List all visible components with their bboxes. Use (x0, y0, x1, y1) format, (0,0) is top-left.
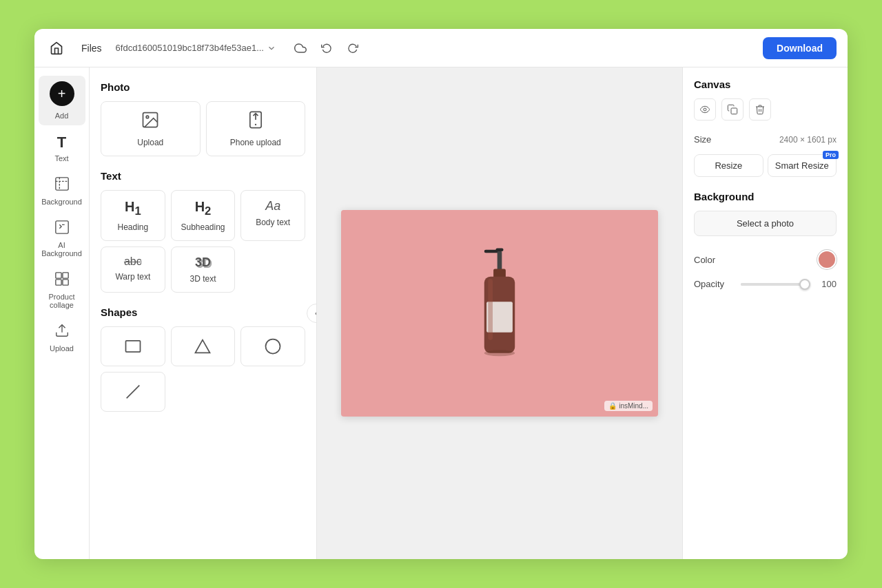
watermark: 🔒 insMind... (604, 401, 653, 411)
svg-point-8 (146, 116, 149, 118)
upload-tool-label: Upload (137, 138, 163, 147)
opacity-value: 100 (816, 279, 837, 289)
upload-tool[interactable]: Upload (101, 101, 201, 156)
canvas-style-button[interactable] (694, 98, 716, 120)
opacity-row: Opacity 100 (694, 279, 837, 289)
smart-resize-button[interactable]: Smart Resize Pro (768, 154, 837, 177)
svg-point-21 (484, 350, 515, 356)
nav-ai-background-label: AI Background (41, 241, 82, 258)
photo-section-title: Photo (101, 81, 305, 93)
add-icon: + (50, 81, 74, 106)
topbar-actions (290, 38, 363, 59)
ai-background-nav-icon (54, 220, 70, 238)
svg-rect-23 (731, 108, 737, 114)
size-row: Size 2400 × 1601 px (694, 134, 837, 145)
heading-tool-label: Heading (117, 222, 148, 232)
background-panel-title: Background (694, 191, 837, 202)
phone-upload-tool[interactable]: Phone upload (206, 101, 306, 156)
text-section-title: Text (101, 170, 305, 182)
body-text-tool-label: Body text (256, 218, 290, 227)
files-link[interactable]: Files (76, 40, 107, 56)
svg-rect-2 (55, 273, 61, 278)
heading-tool[interactable]: H1 Heading (101, 190, 165, 241)
triangle-shape[interactable] (171, 326, 236, 366)
svg-rect-3 (62, 273, 68, 278)
nav-text-label: Text (54, 154, 68, 162)
select-photo-button[interactable]: Select a photo (694, 211, 837, 236)
warp-text-tool[interactable]: abc Warp text (101, 246, 165, 293)
nav-upload-label: Upload (50, 344, 74, 353)
canvas-delete-button[interactable] (749, 98, 771, 120)
undo-button[interactable] (316, 38, 337, 59)
nav-add-label: Add (55, 112, 69, 120)
collapse-panel-button[interactable]: ‹ (307, 304, 317, 323)
upload-nav-icon (54, 323, 70, 342)
svg-rect-0 (55, 178, 68, 190)
phone-upload-tool-label: Phone upload (230, 138, 281, 147)
canvas-copy-button[interactable] (721, 98, 743, 120)
opacity-slider[interactable] (741, 283, 810, 286)
shapes-grid (101, 326, 305, 412)
app-window: Files 6fdcd160051019bc18f73b4fe53ae1... … (34, 29, 848, 559)
color-swatch[interactable] (817, 250, 837, 269)
nav-product-collage[interactable]: Product collage (39, 266, 85, 315)
3d-text-tool[interactable]: 3D 3D text (171, 246, 236, 293)
product-collage-nav-icon (54, 271, 70, 290)
size-label: Size (694, 134, 711, 145)
svg-point-12 (266, 339, 280, 354)
main-content: + Add T Text Background (34, 67, 848, 559)
color-label: Color (694, 255, 715, 265)
redo-button[interactable] (342, 38, 363, 59)
svg-rect-20 (488, 279, 493, 340)
circle-shape[interactable] (240, 326, 305, 366)
canvas-area: 🔒 insMind... (317, 67, 682, 559)
heading-tool-icon: H1 (125, 199, 141, 218)
svg-line-13 (126, 386, 139, 399)
left-nav: + Add T Text Background (34, 67, 90, 559)
subheading-tool-label: Subheading (181, 222, 225, 232)
nav-background[interactable]: Background (39, 171, 85, 211)
right-panel: Canvas Size 2400 × 1601 px Resize (682, 67, 848, 559)
product-bottle (455, 244, 544, 382)
opacity-label: Opacity (694, 279, 735, 289)
color-row: Color (694, 250, 837, 269)
nav-ai-background[interactable]: AI Background (39, 214, 85, 263)
svg-rect-11 (125, 341, 140, 352)
body-text-tool[interactable]: Aa Body text (240, 190, 305, 241)
svg-rect-5 (62, 280, 68, 285)
svg-rect-16 (498, 251, 502, 271)
topbar: Files 6fdcd160051019bc18f73b4fe53ae1... … (34, 29, 848, 67)
canvas-actions (694, 98, 837, 120)
nav-product-collage-label: Product collage (43, 293, 81, 309)
subheading-tool[interactable]: H2 Subheading (171, 190, 236, 241)
svg-rect-4 (55, 280, 61, 285)
shapes-section-title: Shapes (101, 306, 305, 318)
warp-text-tool-label: Warp text (115, 272, 150, 282)
pro-badge: Pro (823, 151, 839, 159)
rectangle-shape[interactable] (101, 326, 165, 366)
3d-text-tool-label: 3D text (189, 274, 216, 284)
nav-add[interactable]: + Add (39, 76, 85, 125)
resize-buttons: Resize Smart Resize Pro (694, 154, 837, 177)
canvas-panel-title: Canvas (694, 78, 837, 90)
nav-upload[interactable]: Upload (39, 317, 85, 358)
line-shape[interactable] (101, 372, 165, 412)
filename-display[interactable]: 6fdcd160051019bc18f73b4fe53ae1... (116, 43, 276, 53)
cloud-save-button[interactable] (290, 38, 311, 59)
canvas-frame: 🔒 insMind... (341, 210, 658, 417)
size-value: 2400 × 1601 px (779, 135, 837, 145)
3d-text-tool-icon: 3D (195, 255, 211, 270)
resize-button[interactable]: Resize (694, 154, 763, 177)
body-text-tool-icon: Aa (265, 199, 280, 213)
svg-point-22 (704, 108, 706, 111)
phone-upload-tool-icon (246, 110, 265, 134)
tools-panel: Photo Upload (90, 67, 317, 559)
subheading-tool-icon: H2 (195, 199, 212, 218)
upload-tool-icon (141, 110, 160, 134)
download-button[interactable]: Download (763, 37, 837, 59)
background-nav-icon (54, 176, 70, 195)
svg-rect-1 (55, 221, 68, 233)
nav-background-label: Background (41, 198, 82, 206)
home-button[interactable] (45, 37, 68, 59)
nav-text[interactable]: T Text (39, 128, 85, 168)
